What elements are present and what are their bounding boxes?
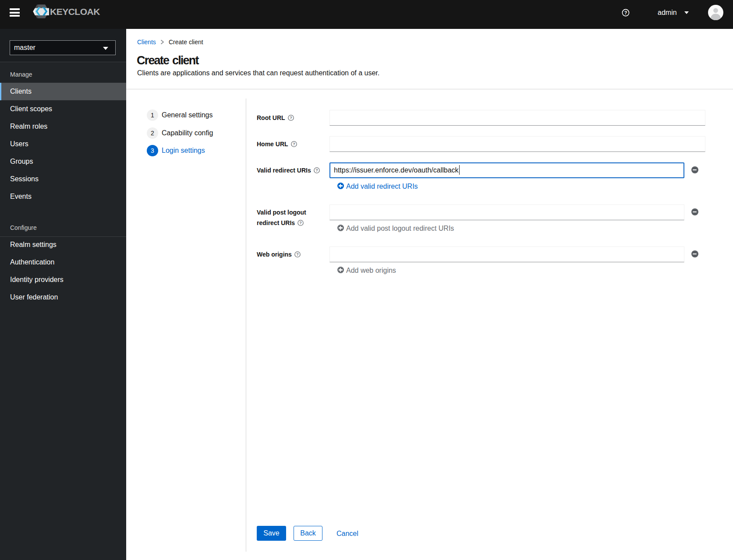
svg-text:?: ? bbox=[296, 252, 299, 257]
svg-text:?: ? bbox=[290, 116, 292, 120]
svg-text:KEYCLOAK: KEYCLOAK bbox=[50, 7, 100, 17]
svg-text:?: ? bbox=[299, 221, 302, 225]
svg-text:?: ? bbox=[293, 142, 295, 146]
svg-text:?: ? bbox=[624, 10, 627, 15]
svg-text:?: ? bbox=[315, 168, 318, 173]
